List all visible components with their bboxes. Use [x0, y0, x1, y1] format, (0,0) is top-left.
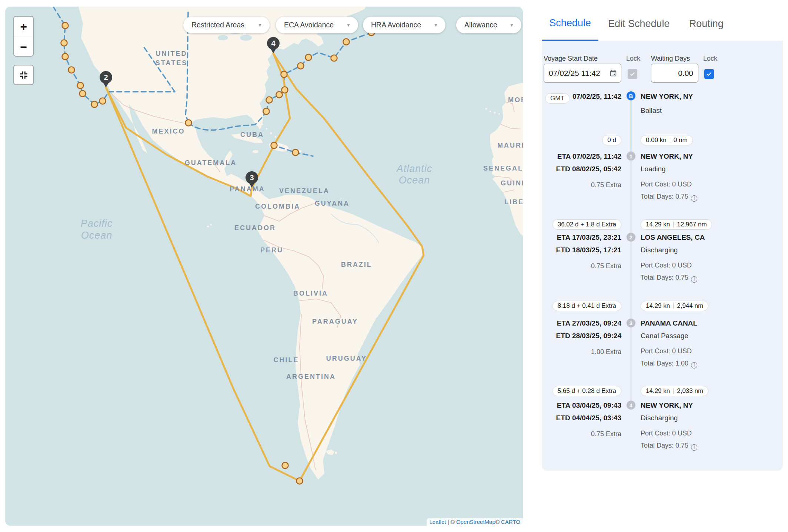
waiting-days-input[interactable]: 0.00 [651, 64, 698, 83]
attribution-sep: | © [446, 519, 456, 525]
route-waypoint-dot[interactable] [80, 91, 86, 97]
lock-waiting-checkbox[interactable] [704, 69, 714, 79]
carto-link[interactable]: CARTO [501, 519, 520, 525]
panel-tabs: Schedule Edit Schedule Routing [542, 7, 783, 41]
app: UNITEDSTATESMEXICOCUBAGUATEMALAPANAMAVEN… [0, 0, 788, 532]
stop-eta: ETA 17/03/25, 23:21 [542, 233, 621, 242]
timeline-node-1: 1 [627, 152, 635, 161]
route-waypoint-dot[interactable] [266, 97, 273, 103]
country-label: CUBA [240, 131, 264, 138]
route-waypoint-dot[interactable] [276, 92, 283, 98]
route-waypoint-dot[interactable] [331, 55, 337, 61]
voyage-start-date-input[interactable]: 07/02/25 11:42 [544, 64, 621, 83]
route-waypoint-dot[interactable] [281, 71, 287, 78]
chevron-down-icon: ▼ [428, 23, 438, 28]
stop-activity: Discharging [641, 246, 678, 254]
route-waypoint-dot[interactable] [293, 149, 299, 156]
zoom-control: + − [13, 16, 34, 57]
country-label: ARGENTINA [286, 373, 336, 380]
route-waypoint-dot[interactable] [271, 142, 277, 149]
map-attribution: Leaflet | © OpenStreetMap© CARTO [427, 518, 523, 526]
route-waypoint-dot[interactable] [263, 108, 270, 115]
pill-divider [673, 388, 674, 394]
timeline-segment-ballast [631, 96, 631, 156]
info-icon[interactable]: i [691, 195, 697, 202]
chevron-down-icon: ▼ [341, 23, 351, 28]
start-port: NEW YORK, NY [641, 92, 693, 101]
schedule-panel: Schedule Edit Schedule Routing Voyage St… [542, 7, 783, 471]
tab-schedule[interactable]: Schedule [542, 7, 598, 41]
restricted-areas-label: Restricted Areas [191, 21, 244, 29]
leaflet-link[interactable]: Leaflet [429, 519, 446, 525]
leg-speed: 14.29 kn [646, 387, 670, 395]
leg-speed: 0.00 kn [646, 137, 667, 144]
route-waypoint-dot[interactable] [297, 478, 303, 484]
stop-extra: 1.00 Extra [542, 348, 621, 356]
country-label: URUGUAY [326, 355, 367, 362]
route-waypoint-dot[interactable] [62, 23, 69, 29]
leg-speed-pill: 14.29 kn2,033 nm [641, 386, 708, 396]
fit-bounds-button[interactable] [13, 65, 34, 85]
country-label: GUINE [501, 179, 523, 187]
country-label: CHILE [274, 356, 299, 364]
lock-waiting-label: Lock [703, 55, 717, 63]
route-waypoint-dot[interactable] [91, 101, 98, 108]
leg-duration: 5.65 d + 0.28 d Extra [558, 387, 616, 395]
hra-avoidance-dropdown[interactable]: HRA Avoidance ▼ [363, 17, 445, 33]
timeline-node-4: 4 [627, 401, 635, 410]
zoom-in-button[interactable]: + [14, 17, 33, 37]
total-days-text: Total Days: 0.75 [641, 193, 688, 200]
lock-start-label: Lock [626, 55, 640, 63]
leg-distance: 12,967 nm [677, 221, 707, 228]
restricted-areas-dropdown[interactable]: Restricted Areas ▼ [183, 17, 270, 33]
allowance-label: Allowance [464, 21, 497, 29]
stop-activity: Canal Passage [641, 332, 688, 340]
route-waypoint-dot[interactable] [282, 462, 288, 469]
info-icon[interactable]: i [691, 444, 697, 451]
route-waypoint-dot[interactable] [77, 83, 84, 89]
ocean-label: Atlantic [396, 163, 433, 174]
info-icon[interactable]: i [691, 276, 697, 283]
timeline-segment [631, 156, 631, 405]
fit-bounds-icon [19, 70, 29, 80]
svg-text:4: 4 [271, 39, 276, 47]
stop-port: PANAMA CANAL [641, 319, 697, 327]
route-waypoint-dot[interactable] [100, 98, 106, 104]
leg-distance: 0 nm [674, 137, 688, 144]
country-label: ECUADOR [234, 224, 276, 232]
route-waypoint-dot[interactable] [343, 39, 350, 45]
stop-port: LOS ANGELES, CA [641, 233, 705, 242]
country-label: MEXICO [152, 128, 185, 135]
svg-text:3: 3 [250, 174, 254, 182]
stop-activity: Loading [641, 165, 666, 173]
allowance-dropdown[interactable]: Allowance ▼ [456, 17, 521, 33]
eca-avoidance-dropdown[interactable]: ECA Avoidance ▼ [276, 17, 358, 33]
country-label: VENEZUELA [279, 187, 330, 195]
tab-routing[interactable]: Routing [680, 7, 733, 41]
map-canvas[interactable]: UNITEDSTATESMEXICOCUBAGUATEMALAPANAMAVEN… [5, 7, 523, 526]
timeline-node-3: 3 [627, 319, 635, 327]
stop-extra: 0.75 Extra [542, 430, 621, 438]
start-datetime: 07/02/25, 11:42 [542, 92, 621, 101]
stop-total-days: Total Days: 1.00i [641, 360, 697, 368]
stop-port-cost: Port Cost: 0 USD [641, 430, 692, 437]
zoom-out-button[interactable]: − [14, 37, 33, 57]
route-waypoint-dot[interactable] [61, 40, 67, 46]
tab-edit-schedule[interactable]: Edit Schedule [598, 7, 680, 41]
stop-etd: ETD 04/04/25, 03:43 [542, 414, 621, 422]
check-icon [706, 71, 712, 77]
route-waypoint-dot[interactable] [305, 54, 312, 61]
country-label: MOR [508, 96, 523, 104]
route-waypoint-dot[interactable] [186, 120, 192, 126]
country-label: BRAZIL [341, 261, 372, 268]
info-icon[interactable]: i [691, 362, 697, 368]
openstreetmap-link[interactable]: OpenStreetMap [456, 519, 495, 525]
voyage-map[interactable]: UNITEDSTATESMEXICOCUBAGUATEMALAPANAMAVEN… [5, 7, 523, 526]
route-waypoint-dot[interactable] [282, 87, 288, 93]
route-waypoint-dot[interactable] [69, 67, 75, 73]
stop-port: NEW YORK, NY [641, 401, 693, 410]
stop-etd: ETD 28/03/25, 09:24 [542, 332, 621, 340]
route-waypoint-dot[interactable] [298, 63, 304, 69]
calendar-icon[interactable] [609, 69, 617, 77]
route-waypoint-dot[interactable] [62, 54, 69, 60]
